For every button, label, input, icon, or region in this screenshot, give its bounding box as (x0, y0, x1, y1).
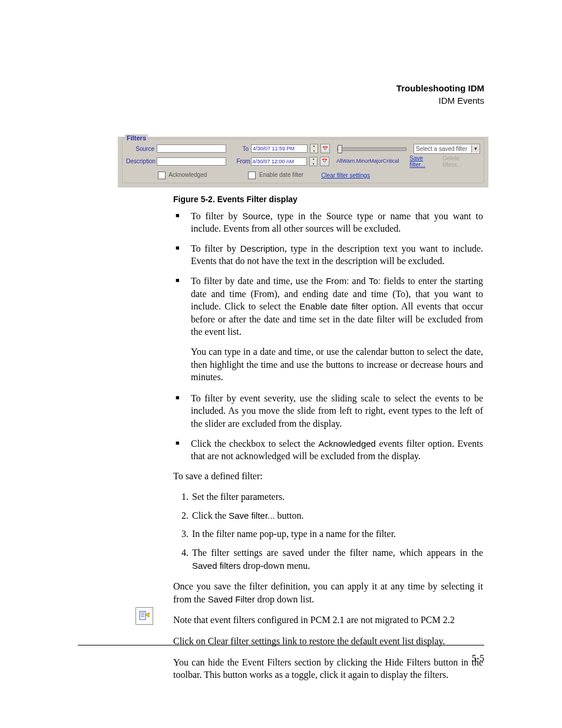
bullet-subpara: You can type in a date and time, or use … (191, 345, 483, 384)
bullet-item: To filter by date and time, use the From… (173, 275, 483, 384)
hide-filters-toolbar-icon[interactable] (135, 607, 153, 625)
severity-tick: Warn. (342, 158, 356, 164)
from-calendar-button[interactable]: 📅 (320, 157, 329, 166)
bullet-item: Click the checkbox to select the Acknowl… (173, 437, 483, 463)
dropdown-arrow-icon: ▼ (471, 145, 480, 153)
from-date-spinner[interactable]: ▲▼ (309, 157, 318, 166)
to-label: To (237, 146, 249, 152)
figure-caption: Figure 5-2. Events Filter display (173, 195, 483, 204)
note-para: Note that event filters configured in PC… (173, 614, 483, 627)
severity-slider[interactable] (337, 146, 406, 151)
clear-filter-link[interactable]: Clear filter settings (321, 172, 370, 179)
save-filter-link[interactable]: Save filter... (409, 155, 440, 168)
source-label: Source (126, 146, 154, 152)
to-calendar-button[interactable]: 📅 (320, 144, 330, 153)
hide-para: You can hide the Event Filters section b… (173, 656, 483, 681)
acknowledged-checkbox[interactable] (158, 172, 166, 179)
list-item: The filter settings are saved under the … (191, 546, 483, 572)
bullet-item: To filter by event severity, use the sli… (173, 392, 483, 430)
apply-para: Once you save the filter definition, you… (173, 580, 483, 605)
severity-tick: Major (369, 158, 383, 164)
list-item: In the filter name pop-up, type in a nam… (191, 528, 483, 541)
filters-legend: Filters (125, 134, 148, 141)
bullet-item: To filter by Description, type in the de… (173, 242, 483, 268)
source-input[interactable] (157, 144, 226, 153)
save-steps: Set the filter parameters. Click the Sav… (173, 490, 483, 572)
severity-tick: Minor (356, 158, 370, 164)
clear-para: Click on Clear filter settings link to r… (173, 635, 483, 648)
enable-date-checkbox[interactable] (248, 172, 256, 179)
svg-rect-0 (140, 611, 146, 620)
to-date-spinner[interactable]: ▲▼ (310, 144, 318, 153)
description-input[interactable] (157, 157, 226, 166)
acknowledged-label: Acknowledged (168, 172, 207, 178)
bullet-item: To filter by Source, type in the Source … (173, 210, 483, 235)
list-item: Set the filter parameters. (191, 490, 483, 503)
running-header: Troubleshooting IDM IDM Events (118, 83, 484, 107)
page-number: 5-5 (472, 653, 484, 664)
save-intro: To save a defined filter: (173, 470, 483, 483)
list-item: Click the Save filter... button. (191, 509, 483, 522)
header-subtitle: IDM Events (438, 95, 484, 106)
to-date-input[interactable]: 4/30/07 11:59 PM (251, 144, 308, 153)
delete-filters-link: Delete filters... (442, 155, 480, 168)
from-date-input[interactable]: 4/30/07 12:00 AM (251, 157, 308, 166)
severity-tick: Critical (383, 158, 399, 164)
footer-rule (78, 645, 484, 645)
enable-date-label: Enable date filter (259, 172, 303, 178)
saved-filter-placeholder: Select a saved filter (416, 146, 467, 152)
from-label: From (237, 158, 249, 164)
header-title: Troubleshooting IDM (396, 83, 484, 93)
saved-filter-select[interactable]: Select a saved filter ▼ (414, 144, 480, 154)
filters-panel: Filters Source To 4/30/07 11:59 PM ▲▼ 📅 … (118, 137, 488, 187)
severity-tick: All (336, 158, 342, 164)
description-label: Description (126, 158, 154, 164)
